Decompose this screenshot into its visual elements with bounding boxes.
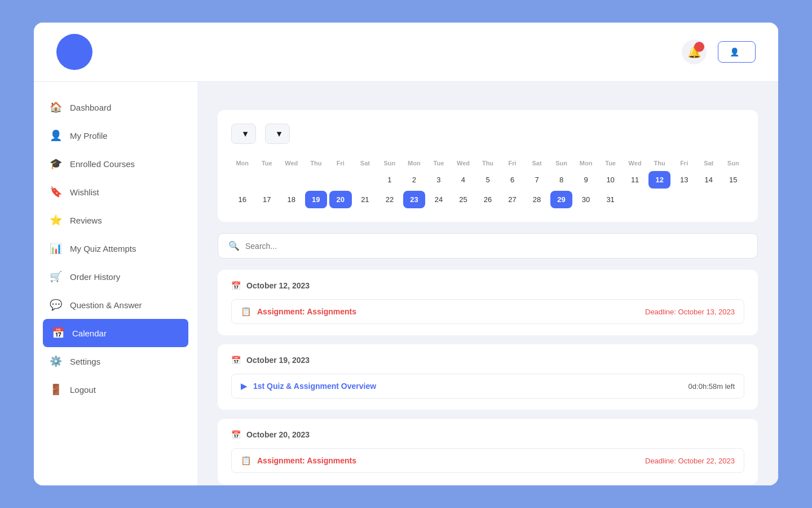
sidebar-item-enrolled-courses[interactable]: 🎓 Enrolled Courses	[34, 150, 197, 178]
day-cell[interactable]: 27	[501, 191, 524, 208]
calendar-header: ▾ ▾	[231, 124, 744, 144]
day-cell[interactable]: 3	[427, 171, 450, 189]
day-header: Mon	[403, 157, 426, 169]
reviews-icon: ⭐	[50, 214, 62, 226]
sidebar-item-my-profile[interactable]: 👤 My Profile	[34, 121, 197, 150]
day-cell-empty	[722, 191, 744, 208]
calendar-grid: MonTueWedThuFriSatSunMonTueWedThuFriSatS…	[231, 157, 744, 208]
day-cell[interactable]: 20	[329, 191, 352, 208]
event-deadline: Deadline: October 22, 2023	[645, 457, 735, 465]
day-cell[interactable]: 7	[526, 171, 548, 189]
day-cell-empty	[673, 191, 695, 208]
day-cell[interactable]: 22	[378, 191, 401, 208]
event-item[interactable]: 📋Assignment: AssignmentsDeadline: Octobe…	[231, 299, 744, 324]
day-header: Sat	[354, 157, 377, 169]
day-header: Sun	[550, 157, 573, 169]
event-section: 📅 October 20, 2023📋Assignment: Assignmen…	[218, 419, 758, 484]
search-input[interactable]	[245, 242, 747, 251]
sidebar-item-wishlist[interactable]: 🔖 Wishlist	[34, 178, 197, 206]
sidebar-item-quiz-attempts[interactable]: 📊 My Quiz Attempts	[34, 234, 197, 262]
day-cell[interactable]: 15	[722, 171, 744, 189]
event-date-text: October 19, 2023	[246, 356, 310, 365]
day-cell[interactable]: 4	[452, 171, 475, 189]
event-date-header: 📅 October 20, 2023	[231, 430, 744, 439]
day-cell[interactable]: 9	[575, 171, 597, 189]
day-cell[interactable]: 25	[452, 191, 475, 208]
event-item[interactable]: 📋Assignment: AssignmentsDeadline: Octobe…	[231, 448, 744, 473]
day-cell[interactable]: 21	[354, 191, 377, 208]
quiz-icon: 📊	[50, 242, 62, 255]
day-cell[interactable]: 6	[501, 171, 524, 189]
event-label: Assignment: Assignments	[257, 307, 356, 316]
day-cell[interactable]: 23	[403, 191, 426, 208]
event-item[interactable]: ▶1st Quiz & Assignment Overview0d:0h:58m…	[231, 374, 744, 398]
sidebar: 🏠 Dashboard 👤 My Profile 🎓 Enrolled Cour…	[34, 82, 197, 485]
event-section: 📅 October 12, 2023📋Assignment: Assignmen…	[218, 270, 758, 335]
day-cell[interactable]: 28	[526, 191, 548, 208]
day-cell[interactable]: 2	[403, 171, 426, 189]
sidebar-item-calendar[interactable]: 📅 Calendar	[43, 319, 188, 347]
calendar-small-icon: 📅	[231, 430, 241, 439]
event-date-text: October 20, 2023	[246, 430, 310, 439]
day-cell[interactable]: 13	[673, 171, 695, 189]
day-cell[interactable]: 31	[599, 191, 622, 208]
day-cell[interactable]: 16	[231, 191, 254, 208]
app-container: 🔔 👤 🏠 Dashboard 👤 My Profile 🎓 Enrolled	[34, 23, 778, 485]
day-cell[interactable]: 1	[378, 171, 401, 189]
day-header: Thu	[305, 157, 328, 169]
day-cell[interactable]: 24	[427, 191, 450, 208]
year-select[interactable]: ▾	[265, 124, 290, 144]
event-time-left: 0d:0h:58m left	[689, 382, 735, 391]
main-layout: 🏠 Dashboard 👤 My Profile 🎓 Enrolled Cour…	[34, 82, 778, 485]
event-date-header: 📅 October 19, 2023	[231, 356, 744, 365]
enrolled-courses-icon: 🎓	[50, 157, 62, 170]
day-header: Fri	[501, 157, 524, 169]
day-cell[interactable]: 11	[624, 171, 646, 189]
sidebar-item-order-history[interactable]: 🛒 Order History	[34, 262, 197, 291]
day-header: Tue	[599, 157, 622, 169]
sidebar-item-reviews[interactable]: ⭐ Reviews	[34, 206, 197, 234]
notification-badge	[694, 42, 704, 52]
day-cell[interactable]: 18	[280, 191, 303, 208]
assignment-icon: 📋	[241, 306, 251, 317]
sidebar-item-dashboard[interactable]: 🏠 Dashboard	[34, 93, 197, 121]
sidebar-item-settings[interactable]: ⚙️ Settings	[34, 347, 197, 375]
notification-button[interactable]: 🔔	[682, 40, 707, 64]
profile-icon: 👤	[50, 129, 62, 142]
sidebar-label-calendar: Calendar	[72, 329, 107, 338]
day-cell[interactable]: 5	[476, 171, 499, 189]
person-icon: 👤	[730, 47, 739, 56]
month-select[interactable]: ▾	[231, 124, 256, 144]
calendar-icon: 📅	[52, 327, 64, 339]
calendar-small-icon: 📅	[231, 356, 241, 365]
sidebar-label-reviews: Reviews	[70, 216, 102, 225]
day-cell[interactable]: 30	[575, 191, 597, 208]
calendar-card: ▾ ▾ MonTueWedThuFriSatSunMonTueWedThuFri…	[218, 110, 758, 222]
day-header: Thu	[648, 157, 671, 169]
sidebar-item-qa[interactable]: 💬 Question & Answer	[34, 291, 197, 319]
day-cell[interactable]: 10	[599, 171, 622, 189]
qa-icon: 💬	[50, 299, 62, 311]
day-cell[interactable]: 12	[648, 171, 671, 189]
event-date-header: 📅 October 12, 2023	[231, 281, 744, 290]
day-cell-empty	[329, 171, 352, 189]
day-cell[interactable]: 26	[476, 191, 499, 208]
day-cell-empty	[231, 171, 254, 189]
day-cell[interactable]: 17	[256, 191, 279, 208]
search-bar: 🔍	[218, 233, 758, 259]
day-header: Fri	[329, 157, 352, 169]
day-cell[interactable]: 14	[698, 171, 720, 189]
day-cell[interactable]: 19	[305, 191, 328, 208]
sidebar-item-logout[interactable]: 🚪 Logout	[34, 375, 197, 404]
become-instructor-button[interactable]: 👤	[718, 41, 756, 63]
day-cell[interactable]: 8	[550, 171, 573, 189]
day-cell-empty	[354, 171, 377, 189]
settings-icon: ⚙️	[50, 355, 62, 367]
day-header: Sat	[526, 157, 548, 169]
content-area: ▾ ▾ MonTueWedThuFriSatSunMonTueWedThuFri…	[197, 82, 778, 485]
day-cell[interactable]: 29	[550, 191, 573, 208]
day-header: Mon	[231, 157, 254, 169]
day-header: Tue	[427, 157, 450, 169]
sidebar-label-order-history: Order History	[70, 272, 120, 282]
dashboard-icon: 🏠	[50, 101, 62, 113]
